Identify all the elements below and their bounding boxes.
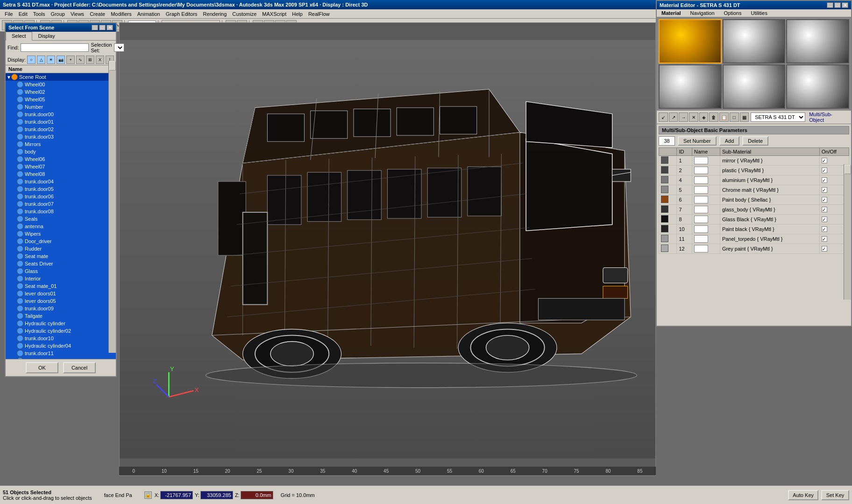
mat-checkbox-11[interactable] xyxy=(822,236,827,242)
menu-create[interactable]: Create xyxy=(87,10,108,18)
mat-name-input-4[interactable] xyxy=(694,176,708,184)
menu-tools[interactable]: Tools xyxy=(30,10,48,18)
num-materials-input[interactable] xyxy=(659,136,675,146)
mat-swatch-2[interactable] xyxy=(661,166,668,174)
menu-realflow[interactable]: RealFlow xyxy=(305,10,333,18)
tree-item-tailgate[interactable]: Tailgate xyxy=(6,312,116,320)
selection-set-dropdown[interactable] xyxy=(114,43,124,52)
tree-item-wipers[interactable]: Wipers xyxy=(6,230,116,238)
mat-checkbox-1[interactable] xyxy=(822,158,827,163)
mat-delete-btn[interactable]: 🗑 xyxy=(709,112,718,122)
mat-name-input-8[interactable] xyxy=(694,216,708,223)
mat-tab-utilities[interactable]: Utilities xyxy=(746,9,772,17)
mat-swatch-4[interactable] xyxy=(661,176,668,183)
display-cameras-btn[interactable]: 📷 xyxy=(57,56,65,64)
tree-item-trunk-door08[interactable]: trunk.door08 xyxy=(6,208,116,215)
set-number-button[interactable]: Set Number xyxy=(678,136,717,146)
tree-item-hydraulic-cylinder[interactable]: Hydraulic cylinder xyxy=(6,320,116,327)
mat-put-to-scene-btn[interactable]: ↗ xyxy=(669,112,678,122)
mat-checkbox-8[interactable] xyxy=(822,217,827,222)
menu-group[interactable]: Group xyxy=(48,10,68,18)
3d-viewport[interactable]: X Y Z xyxy=(119,22,656,476)
mat-tab-navigation[interactable]: Navigation xyxy=(686,9,719,17)
tree-item-seats-driver[interactable]: Seats Driver xyxy=(6,260,116,267)
mat-swatch-10[interactable] xyxy=(661,225,668,232)
menu-customize[interactable]: Customize xyxy=(229,10,259,18)
tree-item-seat-mate-01[interactable]: Seat mate_01 xyxy=(6,282,116,290)
tree-item-wheel02[interactable]: Wheel02 xyxy=(6,88,116,96)
tree-item-number[interactable]: Number xyxy=(6,103,116,111)
mat-swatch-5[interactable] xyxy=(661,186,668,193)
material-sphere-3[interactable] xyxy=(786,19,849,63)
menu-file[interactable]: File xyxy=(2,10,16,18)
tree-item-rudder[interactable]: Rudder xyxy=(6,245,116,252)
lock-icon[interactable]: 🔒 xyxy=(144,491,152,499)
tree-item-wheel08[interactable]: Wheel08 xyxy=(6,170,116,178)
material-sphere-2[interactable] xyxy=(723,19,786,63)
tree-item-wheel00[interactable]: Wheel00 xyxy=(6,81,116,88)
tree-item-wheel05[interactable]: Wheel05 xyxy=(6,96,116,103)
menu-graph-editors[interactable]: Graph Editors xyxy=(163,10,200,18)
display-xrefs-btn[interactable]: X xyxy=(96,56,104,64)
mat-table-scrollbar[interactable] xyxy=(844,164,851,300)
mat-checkbox-7[interactable] xyxy=(822,207,827,212)
display-geometry-btn[interactable]: ○ xyxy=(27,56,36,64)
mat-name-input-1[interactable] xyxy=(694,157,708,164)
menu-animation[interactable]: Animation xyxy=(135,10,163,18)
mat-name-input-5[interactable] xyxy=(694,186,708,194)
display-shapes-btn[interactable]: △ xyxy=(37,56,45,64)
menu-views[interactable]: Views xyxy=(68,10,87,18)
material-sphere-5[interactable] xyxy=(723,64,786,109)
mat-show-map-btn[interactable]: □ xyxy=(730,112,739,122)
auto-key-button[interactable]: Auto Key xyxy=(788,490,818,500)
tree-item-trunk-door07[interactable]: trunk.door07 xyxy=(6,200,116,208)
find-input[interactable] xyxy=(21,43,89,52)
scene-tree-list[interactable]: ▼ Scene Root Wheel00 Wheel02 Wheel05 Num… xyxy=(6,73,116,359)
mat-name-input-7[interactable] xyxy=(694,206,708,213)
menu-help[interactable]: Help xyxy=(289,10,305,18)
delete-material-button[interactable]: Delete xyxy=(742,136,768,146)
tree-item-seat-mate[interactable]: Seat mate xyxy=(6,252,116,260)
dialog-title-bar[interactable]: Select From Scene _ □ ✕ xyxy=(6,23,116,32)
mat-name-input-6[interactable] xyxy=(694,196,708,203)
x-coord-input[interactable] xyxy=(160,491,193,499)
mat-get-material-btn[interactable]: ↙ xyxy=(659,112,668,122)
mat-swatch-6[interactable] xyxy=(661,196,668,203)
set-key-button[interactable]: Set Key xyxy=(821,490,849,500)
mat-checkbox-10[interactable] xyxy=(822,226,827,232)
mat-swatch-8[interactable] xyxy=(661,215,668,223)
material-editor-titlebar[interactable]: Material Editor - SETRA S 431 DT _ □ ✕ xyxy=(657,1,851,9)
mat-checkbox-4[interactable] xyxy=(822,177,827,183)
tree-item-trunk-door11[interactable]: trunk.door11 xyxy=(6,350,116,357)
dialog-close[interactable]: ✕ xyxy=(106,25,113,30)
tree-item-trunk-door05[interactable]: trunk.door05 xyxy=(6,185,116,193)
tree-item-trunk-door04[interactable]: trunk.door04 xyxy=(6,178,116,185)
cancel-button[interactable]: Cancel xyxy=(63,362,96,373)
tree-item-trunk-door10[interactable]: trunk.door10 xyxy=(6,335,116,342)
material-sphere-1[interactable] xyxy=(659,19,722,63)
material-sphere-4[interactable] xyxy=(659,64,722,109)
tree-item-trunk-door09[interactable]: trunk.door09 xyxy=(6,305,116,312)
material-name-dropdown[interactable]: SETRA S 431 DT xyxy=(751,112,805,122)
menu-modifiers[interactable]: Modifiers xyxy=(108,10,135,18)
tree-item-lever-doors01[interactable]: lever doors01 xyxy=(6,290,116,297)
mat-name-input-12[interactable] xyxy=(694,245,708,252)
add-material-button[interactable]: Add xyxy=(719,136,740,146)
menu-edit[interactable]: Edit xyxy=(16,10,30,18)
tree-scrollbar[interactable] xyxy=(108,61,116,353)
material-sphere-6[interactable] xyxy=(786,64,849,109)
tree-item-trunk-door02[interactable]: trunk.door02 xyxy=(6,126,116,133)
display-spacewarps-btn[interactable]: ∿ xyxy=(76,56,85,64)
scrollbar-thumb[interactable] xyxy=(109,61,116,70)
mat-scrollbar-thumb[interactable] xyxy=(845,165,851,174)
tree-item-mirrors[interactable]: Mirrors xyxy=(6,140,116,148)
tree-item-trunk-door00[interactable]: trunk.door00 xyxy=(6,111,116,118)
mat-checkbox-6[interactable] xyxy=(822,197,827,203)
mat-name-input-10[interactable] xyxy=(694,225,708,233)
mat-copy-paste-btn[interactable]: 📋 xyxy=(719,112,729,122)
tree-item-glass[interactable]: Glass xyxy=(6,267,116,275)
menu-maxscript[interactable]: MAXScript xyxy=(259,10,289,18)
mat-swatch-7[interactable] xyxy=(661,205,668,213)
mat-editor-maximize[interactable]: □ xyxy=(834,2,841,8)
mat-checkbox-2[interactable] xyxy=(822,168,827,173)
